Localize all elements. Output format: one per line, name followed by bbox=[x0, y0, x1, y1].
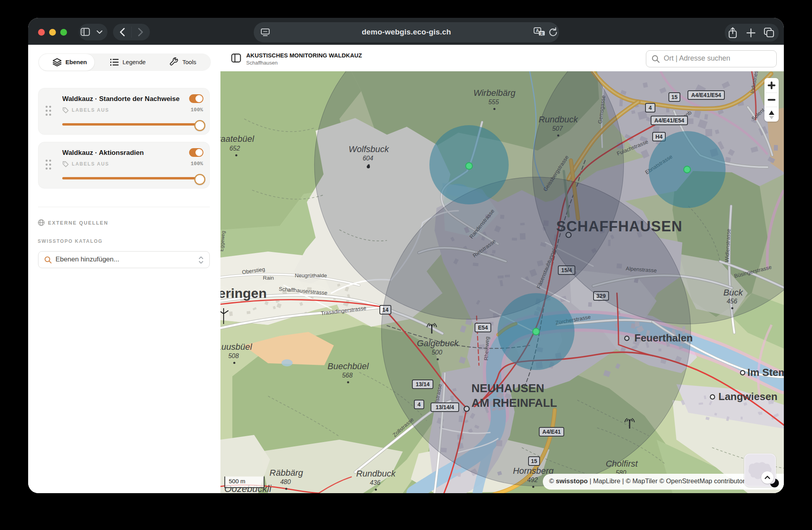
svg-text:480: 480 bbox=[280, 479, 291, 485]
svg-text:A: A bbox=[536, 28, 539, 33]
svg-text:Rundbuck: Rundbuck bbox=[356, 469, 396, 479]
svg-text:508: 508 bbox=[228, 353, 239, 359]
svg-text:eringen: eringen bbox=[220, 286, 267, 301]
svg-text:Buechbüel: Buechbüel bbox=[327, 361, 369, 371]
svg-text:Räbbärg: Räbbärg bbox=[270, 468, 303, 478]
svg-text:Luusbüel: Luusbüel bbox=[220, 342, 253, 352]
svg-text:652: 652 bbox=[230, 145, 240, 152]
svg-text:文: 文 bbox=[540, 32, 544, 36]
svg-text:436: 436 bbox=[370, 479, 381, 486]
svg-text:568: 568 bbox=[342, 372, 353, 379]
svg-text:Rain: Rain bbox=[263, 275, 274, 281]
svg-text:Im Stemm: Im Stemm bbox=[747, 366, 784, 378]
svg-text:Langwiesen: Langwiesen bbox=[718, 391, 778, 402]
svg-text:raatebüel: raatebüel bbox=[220, 134, 255, 144]
svg-text:Neugrüthalde: Neugrüthalde bbox=[295, 273, 327, 278]
